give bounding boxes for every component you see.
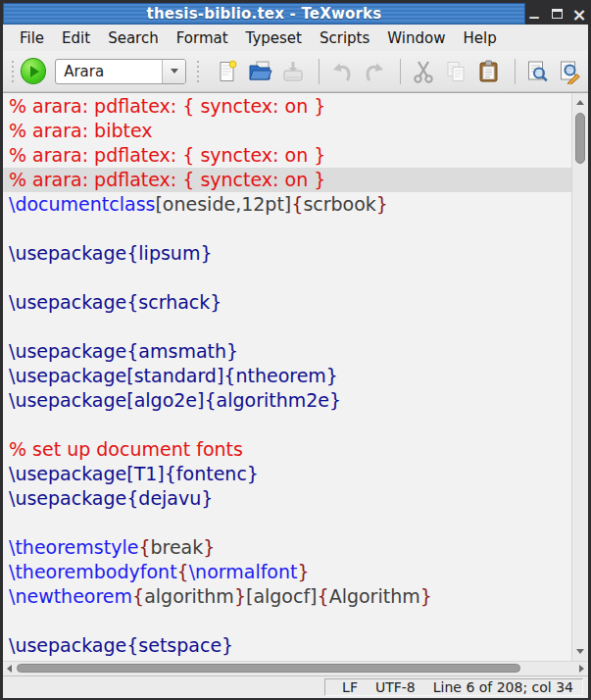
typeset-engine-select[interactable]: Arara — [55, 59, 186, 84]
cut-button[interactable] — [409, 57, 437, 86]
toolbar-separator — [400, 59, 401, 84]
scissors-icon — [411, 59, 436, 84]
menu-item-window[interactable]: Window — [378, 26, 454, 50]
copy-button[interactable] — [442, 57, 470, 86]
typeset-play-button[interactable] — [21, 58, 46, 84]
code-line: \usepackage{amsmath} — [3, 339, 571, 364]
toolbar-separator — [319, 59, 320, 84]
toolbar-grip[interactable] — [11, 61, 15, 82]
texworks-window: thesis-biblio.tex - TeXworks − × FileEdi… — [0, 0, 591, 700]
vertical-scrollbar[interactable] — [571, 93, 588, 661]
text-editor[interactable]: % arara: pdflatex: { synctex: on }% arar… — [3, 93, 571, 661]
code-line — [3, 511, 571, 535]
menu-item-scripts[interactable]: Scripts — [311, 26, 378, 50]
open-document-button[interactable] — [246, 57, 274, 86]
scroll-right-icon[interactable] — [579, 665, 584, 673]
code-line: \usepackage[T1]{fontenc} — [3, 462, 571, 486]
search-replace-icon — [557, 59, 582, 84]
copy-icon — [443, 59, 468, 84]
new-document-icon — [215, 59, 240, 84]
status-bar: LF UTF-8 Line 6 of 208; col 34 — [3, 675, 588, 698]
toolbar-grip[interactable] — [196, 61, 200, 82]
editor-client: % arara: pdflatex: { synctex: on }% arar… — [3, 92, 588, 675]
vertical-scroll-thumb[interactable] — [575, 113, 585, 164]
scroll-up-icon[interactable] — [576, 100, 584, 105]
menu-item-file[interactable]: File — [11, 26, 53, 50]
code-line: % arara: pdflatex: { synctex: on } — [3, 94, 571, 119]
code-line: \theorembodyfont{\normalfont} — [3, 560, 571, 584]
code-line: % arara: bibtex — [3, 119, 571, 143]
window-title: thesis-biblio.tex - TeXworks — [147, 5, 382, 23]
menu-item-search[interactable]: Search — [99, 26, 168, 50]
menu-item-format[interactable]: Format — [168, 26, 237, 50]
code-line — [3, 217, 571, 241]
code-line: % arara: pdflatex: { synctex: on } — [3, 168, 571, 192]
code-line: \documentclass[oneside,12pt]{scrbook} — [3, 192, 571, 217]
menu-item-edit[interactable]: Edit — [53, 26, 99, 50]
menu-item-typeset[interactable]: Typeset — [237, 26, 311, 50]
code-line — [3, 413, 571, 437]
toolbar: Arara — [3, 51, 588, 92]
save-icon — [280, 59, 306, 84]
new-document-button[interactable] — [214, 57, 242, 86]
code-lines: % arara: pdflatex: { synctex: on }% arar… — [3, 94, 571, 661]
code-line: \usepackage{setspace} — [3, 633, 571, 658]
maximize-button[interactable] — [550, 6, 564, 22]
maximize-icon — [552, 9, 563, 19]
code-line — [3, 609, 571, 633]
scroll-left-icon[interactable] — [7, 665, 12, 673]
toolbar-separator — [515, 59, 516, 84]
typeset-engine-value: Arara — [56, 63, 162, 80]
title-bar[interactable]: thesis-biblio.tex - TeXworks — [3, 3, 525, 25]
code-line — [3, 266, 571, 290]
horizontal-scroll-thumb[interactable] — [17, 664, 520, 673]
play-icon — [30, 66, 39, 77]
status-panel: LF UTF-8 Line 6 of 208; col 34 — [324, 678, 583, 696]
code-line: \theoremstyle{break} — [3, 535, 571, 560]
menu-item-help[interactable]: Help — [454, 26, 505, 50]
code-line — [3, 315, 571, 339]
line-ending-indicator: LF — [342, 679, 358, 695]
redo-button[interactable] — [360, 57, 388, 86]
code-line: \usepackage{dejavu} — [3, 486, 571, 511]
code-line: % arara: pdflatex: { synctex: on } — [3, 143, 571, 168]
encoding-indicator: UTF-8 — [375, 679, 416, 695]
open-folder-icon — [247, 58, 273, 84]
horizontal-scrollbar[interactable] — [3, 661, 588, 675]
replace-button[interactable] — [556, 57, 584, 86]
redo-icon — [362, 59, 387, 84]
code-line: \usepackage{scrhack} — [3, 290, 571, 315]
close-button[interactable]: × — [572, 6, 586, 22]
save-document-button[interactable] — [278, 57, 307, 86]
code-line: \usepackage{lipsum} — [3, 241, 571, 266]
undo-button[interactable] — [327, 57, 356, 86]
code-line: % set up document fonts — [3, 437, 571, 462]
scroll-down-icon[interactable] — [576, 649, 584, 654]
chevron-down-icon — [171, 69, 178, 74]
cursor-position-indicator: Line 6 of 208; col 34 — [433, 679, 573, 695]
minimize-button[interactable]: − — [527, 6, 541, 22]
code-line: \newtheorem{algorithm}[algocf]{Algorithm… — [3, 584, 571, 609]
search-icon — [524, 59, 550, 84]
window-chrome: FileEditSearchFormatTypesetScriptsWindow… — [3, 25, 588, 92]
code-line: \usepackage[algo2e]{algorithm2e} — [3, 388, 571, 413]
paste-button[interactable] — [474, 57, 503, 86]
clipboard-icon — [475, 59, 501, 84]
window-controls: − × — [527, 3, 586, 25]
menu-bar: FileEditSearchFormatTypesetScriptsWindow… — [3, 25, 588, 51]
combo-dropdown-area[interactable] — [162, 60, 185, 83]
code-line: \usepackage[standard]{ntheorem} — [3, 364, 571, 388]
undo-icon — [329, 59, 355, 84]
find-button[interactable] — [523, 57, 552, 86]
